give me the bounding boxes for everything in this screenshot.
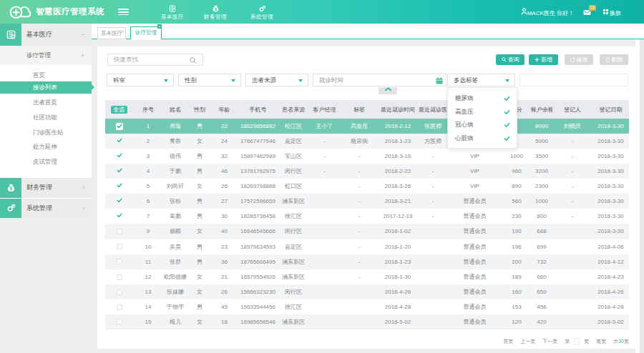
svg-text:$: $: [9, 186, 12, 192]
svg-text:$: $: [214, 7, 216, 11]
